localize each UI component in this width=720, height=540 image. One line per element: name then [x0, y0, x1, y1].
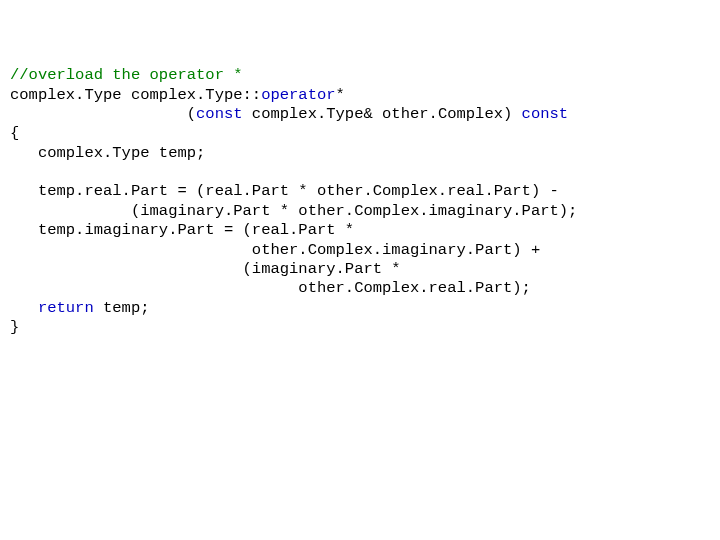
code-token: const — [522, 105, 569, 123]
code-token: (imaginary.Part * other.Complex.imaginar… — [10, 202, 577, 220]
code-token: complex.Type& other.Complex) — [243, 105, 522, 123]
code-token: operator — [261, 86, 335, 104]
code-token: const — [196, 105, 243, 123]
code-token: other.Complex.imaginary.Part) + — [10, 241, 540, 259]
code-token: return — [38, 299, 94, 317]
code-token: (imaginary.Part * — [10, 260, 401, 278]
code-token: { — [10, 124, 19, 142]
code-token: other.Complex.real.Part); — [10, 279, 531, 297]
code-token: complex.Type temp; — [10, 144, 205, 162]
code-token: temp; — [94, 299, 150, 317]
code-token: } — [10, 318, 19, 336]
code-block: //overload the operator * complex.Type c… — [10, 66, 710, 337]
code-token: * — [336, 86, 345, 104]
code-token — [10, 299, 38, 317]
code-token: temp.real.Part = (real.Part * other.Comp… — [10, 182, 559, 200]
code-token: temp.imaginary.Part = (real.Part * — [10, 221, 354, 239]
code-token: ( — [10, 105, 196, 123]
code-token: complex.Type complex.Type:: — [10, 86, 261, 104]
code-token: //overload the operator * — [10, 66, 243, 84]
